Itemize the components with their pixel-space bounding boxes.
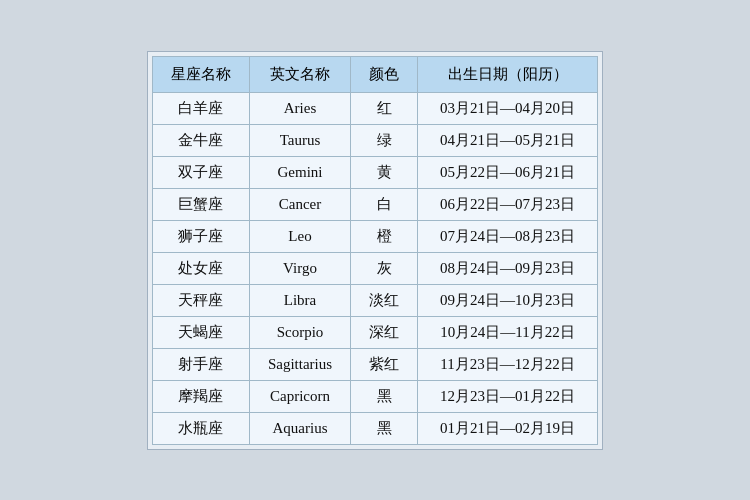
cell-date: 09月24日—10月23日 [418, 284, 598, 316]
cell-english-name: Taurus [249, 124, 350, 156]
cell-english-name: Virgo [249, 252, 350, 284]
cell-date: 11月23日—12月22日 [418, 348, 598, 380]
table-row: 金牛座Taurus绿04月21日—05月21日 [152, 124, 597, 156]
cell-color: 紫红 [351, 348, 418, 380]
header-date: 出生日期（阳历） [418, 56, 598, 92]
table-row: 白羊座Aries红03月21日—04月20日 [152, 92, 597, 124]
cell-chinese-name: 金牛座 [152, 124, 249, 156]
header-color: 颜色 [351, 56, 418, 92]
cell-chinese-name: 巨蟹座 [152, 188, 249, 220]
cell-color: 深红 [351, 316, 418, 348]
cell-color: 红 [351, 92, 418, 124]
header-chinese-name: 星座名称 [152, 56, 249, 92]
table-row: 狮子座Leo橙07月24日—08月23日 [152, 220, 597, 252]
cell-color: 白 [351, 188, 418, 220]
cell-english-name: Sagittarius [249, 348, 350, 380]
cell-color: 黑 [351, 412, 418, 444]
header-english-name: 英文名称 [249, 56, 350, 92]
cell-english-name: Aquarius [249, 412, 350, 444]
table-row: 双子座Gemini黄05月22日—06月21日 [152, 156, 597, 188]
cell-chinese-name: 水瓶座 [152, 412, 249, 444]
table-row: 摩羯座Capricorn黑12月23日—01月22日 [152, 380, 597, 412]
cell-date: 10月24日—11月22日 [418, 316, 598, 348]
cell-english-name: Cancer [249, 188, 350, 220]
cell-chinese-name: 射手座 [152, 348, 249, 380]
cell-date: 05月22日—06月21日 [418, 156, 598, 188]
table-row: 水瓶座Aquarius黑01月21日—02月19日 [152, 412, 597, 444]
table-row: 天蝎座Scorpio深红10月24日—11月22日 [152, 316, 597, 348]
zodiac-table: 星座名称 英文名称 颜色 出生日期（阳历） 白羊座Aries红03月21日—04… [152, 56, 598, 445]
table-row: 射手座Sagittarius紫红11月23日—12月22日 [152, 348, 597, 380]
cell-date: 04月21日—05月21日 [418, 124, 598, 156]
cell-color: 灰 [351, 252, 418, 284]
table-row: 天秤座Libra淡红09月24日—10月23日 [152, 284, 597, 316]
cell-english-name: Capricorn [249, 380, 350, 412]
cell-chinese-name: 天蝎座 [152, 316, 249, 348]
cell-chinese-name: 天秤座 [152, 284, 249, 316]
cell-color: 黑 [351, 380, 418, 412]
cell-english-name: Leo [249, 220, 350, 252]
cell-date: 03月21日—04月20日 [418, 92, 598, 124]
cell-chinese-name: 白羊座 [152, 92, 249, 124]
cell-chinese-name: 摩羯座 [152, 380, 249, 412]
cell-color: 绿 [351, 124, 418, 156]
zodiac-table-container: 星座名称 英文名称 颜色 出生日期（阳历） 白羊座Aries红03月21日—04… [147, 51, 603, 450]
cell-color: 黄 [351, 156, 418, 188]
cell-date: 06月22日—07月23日 [418, 188, 598, 220]
table-row: 巨蟹座Cancer白06月22日—07月23日 [152, 188, 597, 220]
table-header-row: 星座名称 英文名称 颜色 出生日期（阳历） [152, 56, 597, 92]
cell-english-name: Scorpio [249, 316, 350, 348]
cell-date: 01月21日—02月19日 [418, 412, 598, 444]
cell-date: 12月23日—01月22日 [418, 380, 598, 412]
cell-english-name: Gemini [249, 156, 350, 188]
table-row: 处女座Virgo灰08月24日—09月23日 [152, 252, 597, 284]
cell-date: 08月24日—09月23日 [418, 252, 598, 284]
cell-chinese-name: 处女座 [152, 252, 249, 284]
cell-chinese-name: 狮子座 [152, 220, 249, 252]
cell-color: 淡红 [351, 284, 418, 316]
cell-color: 橙 [351, 220, 418, 252]
cell-chinese-name: 双子座 [152, 156, 249, 188]
cell-english-name: Aries [249, 92, 350, 124]
cell-english-name: Libra [249, 284, 350, 316]
cell-date: 07月24日—08月23日 [418, 220, 598, 252]
